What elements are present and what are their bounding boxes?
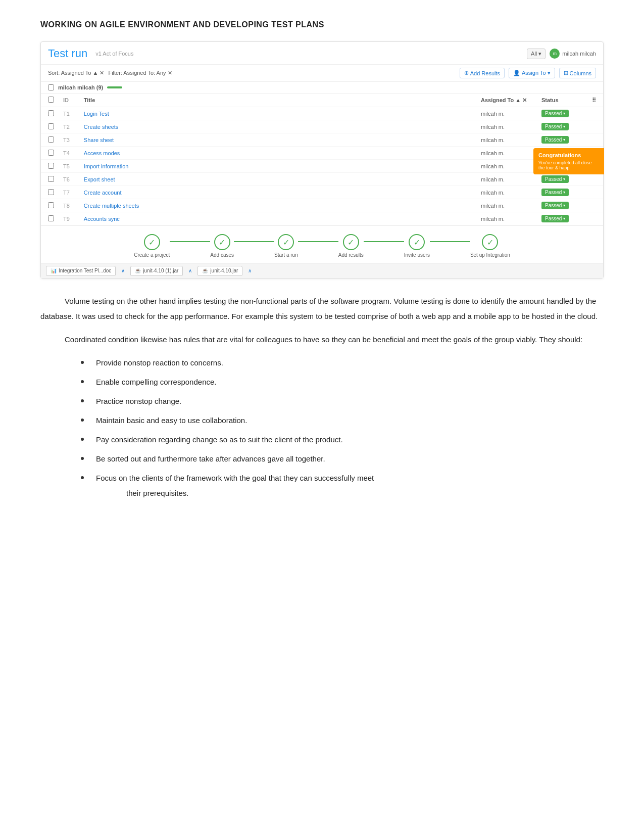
progress-section: ✓ Create a project ✓ Add cases ✓ Start a… — [41, 225, 603, 263]
row-title-0[interactable]: Login Test — [77, 107, 474, 120]
all-button[interactable]: All ▾ — [527, 49, 546, 59]
table-row: T2 Create sheets milcah m. Passed ▾ — [41, 120, 603, 133]
file-tab-2[interactable]: ☕ junit-4.10.jar — [197, 266, 242, 275]
status-badge-2[interactable]: Passed ▾ — [541, 136, 569, 144]
row-checkbox-3[interactable] — [48, 150, 54, 156]
filter-assigned-label: Filter: Assigned To: Any ✕ — [108, 70, 172, 76]
step-line-3 — [298, 241, 338, 242]
assign-icon: 👤 — [513, 70, 520, 76]
avatar: m — [550, 49, 560, 59]
row-title-8[interactable]: Accounts sync — [77, 212, 474, 225]
step-label-4: Invite users — [404, 252, 430, 258]
row-status-6[interactable]: Passed ▾ — [534, 186, 585, 199]
step-circle-4[interactable]: ✓ — [409, 234, 425, 250]
bullet-item-6: Focus on the clients of the framework wi… — [81, 471, 604, 501]
assign-to-button[interactable]: 👤 Assign To ▾ — [509, 68, 555, 78]
table-row: T5 Import information milcah m. Passed ▾ — [41, 160, 603, 173]
select-all-checkbox[interactable] — [48, 97, 54, 103]
step-line-1 — [170, 241, 210, 242]
status-dropdown-arrow-2: ▾ — [563, 137, 565, 142]
step-circle-5[interactable]: ✓ — [482, 234, 498, 250]
row-id-3: T4 — [56, 147, 77, 160]
row-status-8[interactable]: Passed ▾ — [534, 212, 585, 225]
row-checkbox-0[interactable] — [48, 110, 54, 116]
step-circle-0[interactable]: ✓ — [144, 234, 160, 250]
columns-label: Columns — [570, 70, 591, 76]
col-header-checkbox — [41, 94, 56, 107]
row-status-5[interactable]: Passed ▾ — [534, 173, 585, 186]
row-id-4: T5 — [56, 160, 77, 173]
step-item-3: ✓ Add results — [338, 234, 364, 258]
row-title-4[interactable]: Import information — [77, 160, 474, 173]
user-row-checkbox[interactable] — [48, 84, 54, 90]
step-circle-1[interactable]: ✓ — [214, 234, 230, 250]
add-results-button[interactable]: ⊕ Add Results — [460, 68, 505, 78]
status-badge-5[interactable]: Passed ▾ — [541, 175, 569, 183]
row-assigned-4: milcah m. — [474, 160, 534, 173]
file-tab-up-0[interactable]: ∧ — [119, 266, 127, 275]
row-checkbox-8[interactable] — [48, 215, 54, 221]
row-checkbox-5[interactable] — [48, 176, 54, 182]
col-header-drag: ⠿ — [585, 94, 603, 107]
row-drag-0 — [585, 107, 603, 120]
file-tab-up-1[interactable]: ∧ — [186, 266, 194, 275]
table-row: T4 Access modes milcah m. Passed ▾ — [41, 147, 603, 160]
row-status-1[interactable]: Passed ▾ — [534, 120, 585, 133]
row-checkbox-2[interactable] — [48, 136, 54, 143]
row-checkbox-7[interactable] — [48, 202, 54, 208]
status-badge-6[interactable]: Passed ▾ — [541, 189, 569, 196]
file-tab-up-last[interactable]: ∧ — [245, 266, 254, 275]
row-title-6[interactable]: Create account — [77, 186, 474, 199]
step-label-3: Add results — [338, 252, 364, 258]
table-row: T8 Create multiple sheets milcah m. Pass… — [41, 199, 603, 212]
file-tab-name-1: junit-4.10 (1).jar — [143, 268, 178, 273]
congrats-popup[interactable]: Congratulations You've completed all clo… — [533, 148, 604, 174]
row-title-1[interactable]: Create sheets — [77, 120, 474, 133]
test-run-section: Test run v1 Act of Focus All ▾ m milcah … — [40, 41, 604, 279]
status-badge-1[interactable]: Passed ▾ — [541, 123, 569, 130]
progress-steps: ✓ Create a project ✓ Add cases ✓ Start a… — [51, 234, 593, 258]
file-tab-0[interactable]: 📊 Integration Test Pl...doc — [46, 266, 116, 275]
step-circle-2[interactable]: ✓ — [278, 234, 294, 250]
add-results-label: Add Results — [470, 70, 500, 76]
col-header-assigned[interactable]: Assigned To ▲ ✕ — [474, 94, 534, 107]
file-tab-1[interactable]: ☕ junit-4.10 (1).jar — [130, 266, 183, 275]
row-status-7[interactable]: Passed ▾ — [534, 199, 585, 212]
row-checkbox-4[interactable] — [48, 163, 54, 169]
sort-filter-label: Sort: Assigned To ▲ ✕ — [48, 70, 104, 76]
row-assigned-7: milcah m. — [474, 199, 534, 212]
bullet-dot-3 — [81, 419, 84, 422]
step-item-1: ✓ Add cases — [210, 234, 234, 258]
col-header-title: Title — [77, 94, 474, 107]
row-status-0[interactable]: Passed ▾ — [534, 107, 585, 120]
user-row: milcah milcah (9) — [41, 82, 603, 94]
table-row: T1 Login Test milcah m. Passed ▾ — [41, 107, 603, 120]
columns-button[interactable]: ⊞ Columns — [559, 68, 596, 78]
status-badge-7[interactable]: Passed ▾ — [541, 202, 569, 209]
row-drag-1 — [585, 120, 603, 133]
status-dropdown-arrow-8: ▾ — [563, 216, 565, 221]
columns-icon: ⊞ — [564, 70, 568, 76]
row-checkbox-6[interactable] — [48, 189, 54, 195]
file-tab-name-2: junit-4.10.jar — [210, 268, 238, 273]
row-assigned-6: milcah m. — [474, 186, 534, 199]
row-checkbox-1[interactable] — [48, 123, 54, 129]
bullet-dot-2 — [81, 399, 84, 402]
row-title-3[interactable]: Access modes — [77, 147, 474, 160]
row-title-7[interactable]: Create multiple sheets — [77, 199, 474, 212]
user-color-bar — [107, 86, 122, 88]
row-assigned-3: milcah m. — [474, 147, 534, 160]
status-badge-0[interactable]: Passed ▾ — [541, 110, 569, 117]
bullet-item-3: Maintain basic and easy to use collabora… — [81, 413, 604, 428]
step-label-1: Add cases — [210, 252, 234, 258]
bullet-item-1: Enable compelling correspondence. — [81, 375, 604, 390]
row-title-5[interactable]: Export sheet — [77, 173, 474, 186]
table-header-row: ID Title Assigned To ▲ ✕ Status ⠿ — [41, 94, 603, 107]
step-circle-3[interactable]: ✓ — [343, 234, 359, 250]
row-id-8: T9 — [56, 212, 77, 225]
bullet-item-0: Provide nonstop reaction to concerns. — [81, 355, 604, 370]
row-title-2[interactable]: Share sheet — [77, 133, 474, 147]
file-tab-icon-1: ☕ — [135, 268, 141, 273]
status-badge-8[interactable]: Passed ▾ — [541, 215, 569, 222]
row-status-2[interactable]: Passed ▾ — [534, 133, 585, 147]
